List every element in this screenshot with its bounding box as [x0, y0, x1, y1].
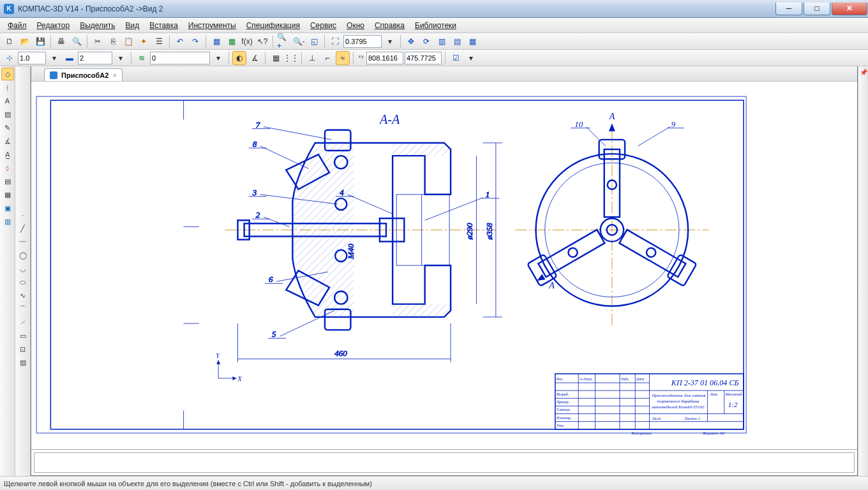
svg-text:Формат   А2: Формат А2 [702, 431, 725, 436]
svg-text:А: А [609, 111, 615, 121]
menu-libs[interactable]: Библиотеки [410, 19, 461, 32]
drawing-canvas[interactable]: А-А [31, 82, 857, 450]
view-panel3-icon[interactable]: ▦ [465, 34, 479, 48]
zoom-in-button[interactable]: 🔍+ [276, 34, 290, 48]
brush-icon[interactable]: ✦ [137, 34, 151, 48]
round-button[interactable]: ≈ [336, 51, 350, 65]
step-input[interactable] [18, 52, 46, 64]
perp-button[interactable]: ⊥ [305, 51, 319, 65]
style-dropdown[interactable]: ▾ [114, 51, 128, 65]
grid-button[interactable]: ▦ [269, 51, 283, 65]
paste-button[interactable]: 📋 [121, 34, 135, 48]
line-icon[interactable]: ╱ [17, 222, 29, 235]
ellipse-icon[interactable]: ⬭ [17, 276, 29, 288]
panel1-icon[interactable]: ▦ [209, 34, 223, 48]
param-tool-icon[interactable]: ∡ [1, 135, 14, 147]
spline-icon[interactable]: ∿ [17, 289, 29, 302]
layer-dropdown[interactable]: ▾ [211, 51, 225, 65]
document-tab[interactable]: ПриспособА2 × [44, 68, 123, 81]
dotgrid-button[interactable]: ⋮⋮ [284, 51, 298, 65]
document-tab-label: ПриспособА2 [61, 71, 108, 79]
snap-angle-button[interactable]: ∡ [248, 51, 262, 65]
zoom-fit-button[interactable]: ⛶ [328, 34, 342, 48]
ortho2-button[interactable]: ⌐ [320, 51, 334, 65]
rect-icon[interactable]: ▭ [17, 329, 29, 342]
fillet-icon[interactable]: ⌒ [17, 302, 29, 315]
window-title: КОМПАС-3D V14 - ПриспособА2 ->Вид 2 [18, 4, 163, 13]
menu-service[interactable]: Сервис [305, 19, 341, 32]
menu-select[interactable]: Выделить [75, 19, 120, 32]
coord-x-input[interactable] [366, 52, 403, 64]
rebuild-button[interactable]: ⟳ [419, 34, 433, 48]
zoom-input[interactable] [343, 35, 382, 48]
coord-y-input[interactable] [405, 52, 442, 64]
svg-text:Y: Y [216, 352, 220, 359]
undo-button[interactable]: ↶ [173, 34, 187, 48]
print-preview-button[interactable]: 🔍 [70, 34, 84, 48]
layer-icon[interactable]: ≋ [135, 51, 149, 65]
select-tool-icon[interactable]: ⎀ [1, 161, 14, 174]
view-panel1-icon[interactable]: ▥ [435, 34, 449, 48]
window-minimize-button[interactable]: ─ [775, 3, 802, 15]
svg-text:Копировал: Копировал [631, 431, 652, 436]
window-close-button[interactable]: ✕ [832, 3, 867, 15]
right-sidebar: 📌 [858, 66, 868, 476]
tab-close-button[interactable]: × [112, 71, 116, 79]
ortho-button[interactable]: ◐ [232, 51, 246, 65]
misc-tool-icon[interactable]: ▥ [1, 215, 14, 228]
menu-file[interactable]: Файл [3, 19, 32, 32]
zoom-out-button[interactable]: 🔍- [292, 34, 306, 48]
command-line[interactable] [34, 452, 855, 473]
snap-toggle-button[interactable]: ☑ [449, 51, 463, 65]
arrow-help-icon[interactable]: ↖? [255, 34, 269, 48]
style-icon[interactable]: ▬ [63, 51, 77, 65]
view-panel2-icon[interactable]: ▤ [450, 34, 464, 48]
edit-tool-icon[interactable]: ✎ [1, 121, 14, 134]
menubar: Файл Редактор Выделить Вид Вставка Инстр… [0, 18, 868, 33]
menu-spec[interactable]: Спецификация [241, 19, 305, 32]
hatch-tool-icon[interactable]: ▨ [1, 108, 14, 121]
pin-icon[interactable]: 📌 [860, 69, 867, 76]
text-tool-icon[interactable]: A [1, 94, 14, 107]
point-icon[interactable]: · [17, 209, 29, 221]
step-dropdown[interactable]: ▾ [47, 51, 61, 65]
redo-button[interactable]: ↷ [188, 34, 202, 48]
menu-edit[interactable]: Редактор [32, 19, 75, 32]
cut-button[interactable]: ✂ [91, 34, 105, 48]
hatch2-icon[interactable]: ▨ [17, 356, 29, 369]
copy-button[interactable]: ⎘ [106, 34, 120, 48]
save-button[interactable]: 💾 [33, 34, 47, 48]
fx-button[interactable]: f(x) [240, 34, 254, 48]
menu-insert[interactable]: Вставка [144, 19, 183, 32]
snap-settings-button[interactable]: ▾ [464, 51, 478, 65]
dim-tool-icon[interactable]: ⟊ [1, 81, 14, 94]
window-maximize-button[interactable]: □ [804, 3, 830, 15]
collect-icon[interactable]: ⊡ [17, 343, 29, 355]
zoom-window-button[interactable]: ◱ [307, 34, 321, 48]
menu-tools[interactable]: Инструменты [183, 19, 241, 32]
circle-icon[interactable]: ◯ [17, 249, 29, 262]
spec-tool-icon[interactable]: ▤ [1, 175, 14, 188]
zoom-dropdown-button[interactable]: ▾ [383, 34, 397, 48]
print-button[interactable]: 🖶 [54, 34, 68, 48]
menu-help[interactable]: Справка [370, 19, 410, 32]
properties-button[interactable]: ☰ [152, 34, 166, 48]
measure-tool-icon[interactable]: A̲ [1, 148, 14, 161]
line2-icon[interactable]: 〰 [17, 235, 29, 248]
svg-line-44 [280, 311, 334, 336]
style-input[interactable] [78, 52, 112, 64]
panel2-icon[interactable]: ▦ [225, 34, 239, 48]
geometry-tool-icon[interactable]: ◇ [1, 68, 14, 80]
report-tool-icon[interactable]: ▦ [1, 188, 14, 201]
menu-window[interactable]: Окно [341, 19, 370, 32]
lib-tool-icon[interactable]: ▣ [1, 202, 14, 214]
menu-view[interactable]: Вид [121, 19, 145, 32]
new-button[interactable]: 🗋 [3, 34, 17, 48]
arc-icon[interactable]: ◡ [17, 262, 29, 275]
open-button[interactable]: 📂 [18, 34, 32, 48]
workarea: ПриспособА2 × А-А [31, 66, 858, 476]
chamfer-icon[interactable]: ⟋ [17, 316, 29, 329]
snap-button[interactable]: ⊹ [3, 51, 17, 65]
pan-button[interactable]: ✥ [404, 34, 418, 48]
layer-input[interactable] [150, 52, 210, 64]
